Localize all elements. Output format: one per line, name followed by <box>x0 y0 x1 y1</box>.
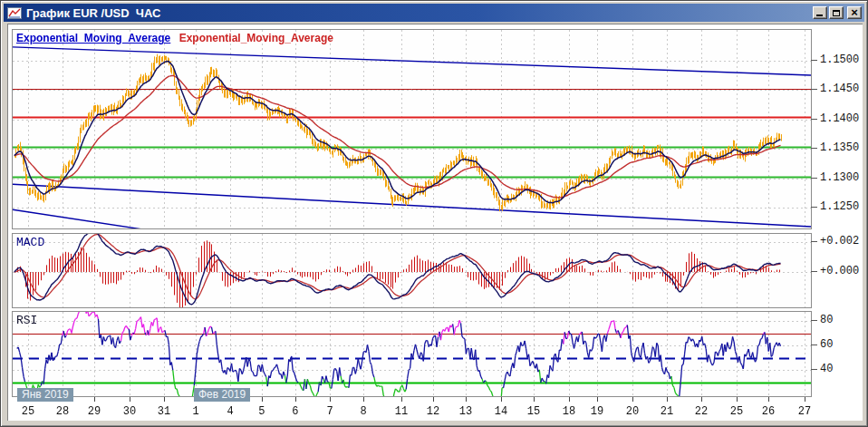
time-axis-label: 18 <box>563 405 575 418</box>
close-icon <box>851 8 858 17</box>
price-axis-label: 1.1350 <box>820 141 859 154</box>
time-axis-label: 22 <box>695 405 708 418</box>
time-axis-label: 7 <box>326 405 333 418</box>
rsi-canvas[interactable] <box>13 312 811 396</box>
month-badge: Фев 2019 <box>194 388 250 402</box>
time-axis-label: 1 <box>192 405 198 418</box>
rsi-panel: RSI <box>12 311 812 397</box>
time-axis-label: 31 <box>158 405 170 418</box>
time-axis-label: 5 <box>258 405 265 418</box>
minimize-button[interactable] <box>813 6 827 19</box>
time-axis-label: 25 <box>730 405 743 418</box>
time-axis-label: 11 <box>395 405 408 418</box>
macd-axis-label: +0.000 <box>820 265 859 277</box>
window-controls <box>813 6 862 19</box>
chart-window: График EUR /USD ЧАС Exponential_Moving_A… <box>0 0 868 427</box>
price-chart-panel: Exponential_Moving_Average Exponential_M… <box>12 29 812 229</box>
time-axis-ticks <box>13 397 811 403</box>
macd-label: MACD <box>16 236 44 249</box>
time-axis-label: 19 <box>591 405 603 418</box>
time-axis-label: 6 <box>292 405 298 418</box>
time-axis-label: 14 <box>495 405 507 418</box>
price-chart-canvas[interactable] <box>13 30 811 228</box>
time-axis-label: 25 <box>22 405 34 418</box>
macd-panel: MACD <box>12 233 812 308</box>
price-axis-label: 1.1400 <box>820 112 859 125</box>
macd-axis-label: +0.002 <box>820 235 859 247</box>
time-axis-label: 29 <box>88 405 101 418</box>
price-axis-label: 1.1500 <box>820 53 859 66</box>
time-axis-label: 4 <box>227 405 233 418</box>
time-axis-label: 8 <box>360 405 366 418</box>
legend-ema-fast: Exponential_Moving_Average <box>16 32 170 44</box>
time-axis-label: 26 <box>762 405 775 418</box>
price-axis-label: 1.1300 <box>820 171 859 184</box>
time-axis-label: 27 <box>798 405 811 418</box>
rsi-label: RSI <box>16 314 37 327</box>
time-axis-label: 12 <box>427 405 439 418</box>
line-chart-icon[interactable] <box>7 7 22 19</box>
price-axis-label: 1.1450 <box>820 82 859 95</box>
rsi-axis-label: 60 <box>820 338 833 351</box>
window-title: График EUR /USD ЧАС <box>26 6 813 20</box>
month-badge: Янв 2019 <box>17 388 73 402</box>
time-axis-label: 21 <box>661 405 673 418</box>
minimize-icon <box>816 15 823 16</box>
macd-canvas[interactable] <box>13 234 811 307</box>
time-axis-label: 30 <box>123 405 136 418</box>
price-axis-label: 1.1250 <box>820 200 859 213</box>
time-axis-label: 15 <box>527 405 540 418</box>
ema-legend: Exponential_Moving_Average Exponential_M… <box>16 32 333 44</box>
maximize-icon <box>833 10 840 16</box>
time-axis-label: 20 <box>626 405 639 418</box>
close-button[interactable] <box>847 6 862 19</box>
rsi-axis-label: 40 <box>820 363 833 375</box>
maximize-button[interactable] <box>829 6 844 19</box>
time-axis-label: 13 <box>459 405 472 418</box>
time-axis-label: 28 <box>56 405 69 418</box>
titlebar[interactable]: График EUR /USD ЧАС <box>4 4 864 22</box>
legend-ema-slow: Exponential_Moving_Average <box>179 32 333 44</box>
rsi-axis-label: 80 <box>820 314 833 326</box>
